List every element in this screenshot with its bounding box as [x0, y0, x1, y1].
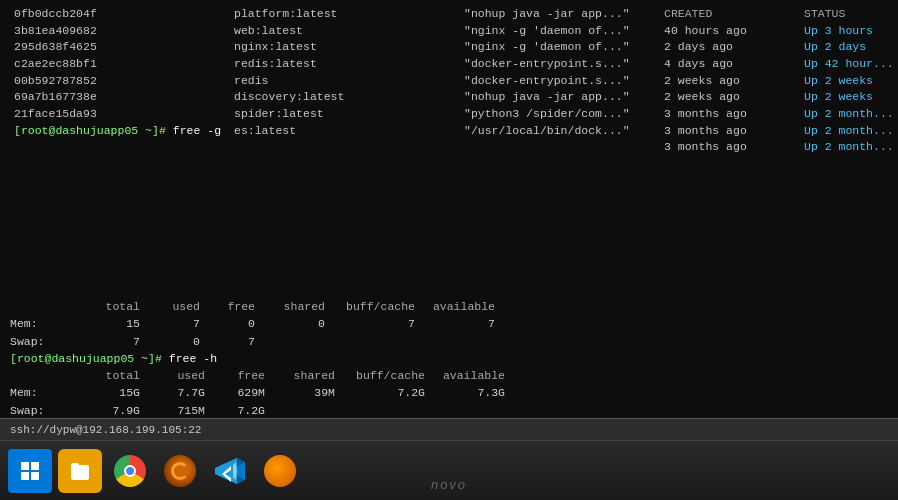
- svg-rect-1: [31, 462, 39, 470]
- free-h-shared-header: shared: [265, 367, 335, 384]
- svg-rect-3: [31, 472, 39, 480]
- container-id-1: 0fb0dccb204f: [14, 6, 226, 23]
- cmd-2: "nginx -g 'daemon of...": [464, 23, 656, 40]
- free-h-swap-row: Swap: 7.9G 715M 7.2G: [10, 402, 888, 419]
- free-g-swap-used: 0: [140, 333, 200, 350]
- image-8: es:latest: [234, 123, 456, 140]
- free-g-total-header: total: [70, 298, 140, 315]
- prompt-free-g: [root@dashujuapp05 ~]# free -g: [14, 123, 226, 140]
- free-h-mem-free: 629M: [205, 384, 265, 401]
- snail-spiral: [171, 462, 189, 480]
- free-h-cmd-text: free -h: [169, 352, 217, 365]
- free-h-prompt-line: [root@dashujuapp05 ~]# free -h: [10, 350, 888, 367]
- free-h-mem-buff: 7.2G: [335, 384, 425, 401]
- created-7: 3 months ago: [664, 123, 796, 140]
- image-2: web:latest: [234, 23, 456, 40]
- free-g-mem-label: Mem:: [10, 315, 70, 332]
- free-g-mem-total: 15: [70, 315, 140, 332]
- free-g-mem-shared: 0: [255, 315, 325, 332]
- cmd-1: "nohup java -jar app...": [464, 6, 656, 23]
- status-5: Up 2 weeks: [804, 89, 898, 106]
- created-3: 4 days ago: [664, 56, 796, 73]
- cmd-6: "nohup java -jar app...": [464, 89, 656, 106]
- container-id-4: c2ae2ec88bf1: [14, 56, 226, 73]
- free-g-label-spacer: [10, 298, 70, 315]
- free-g-swap-total: 7: [70, 333, 140, 350]
- free-g-mem-buff: 7: [325, 315, 415, 332]
- orange-app-button[interactable]: [258, 449, 302, 493]
- image-6: discovery:latest: [234, 89, 456, 106]
- status-header: STATUS: [804, 6, 898, 23]
- container-id-3: 295d638f4625: [14, 39, 226, 56]
- status-6: Up 2 month...: [804, 106, 898, 123]
- free-h-used-header: used: [140, 367, 205, 384]
- free-g-mem-avail: 7: [415, 315, 495, 332]
- status-2: Up 2 days: [804, 39, 898, 56]
- free-h-buff-header: buff/cache: [335, 367, 425, 384]
- container-id-7: 21face15da93: [14, 106, 226, 123]
- free-h-mem-used: 7.7G: [140, 384, 205, 401]
- status-col: STATUS Up 3 hours Up 2 days Up 42 hour..…: [800, 4, 898, 292]
- chrome-icon: [114, 455, 146, 487]
- free-h-mem-total: 15G: [70, 384, 140, 401]
- status-8: Up 2 month...: [804, 139, 898, 156]
- cmd-7: "python3 /spider/com...": [464, 106, 656, 123]
- created-5: 2 weeks ago: [664, 89, 796, 106]
- free-h-free-header: free: [205, 367, 265, 384]
- free-h-mem-label: Mem:: [10, 384, 70, 401]
- status-7: Up 2 month...: [804, 123, 898, 140]
- chrome-button[interactable]: [108, 449, 152, 493]
- windows-button[interactable]: [8, 449, 52, 493]
- free-g-section: total used free shared buff/cache availa…: [10, 298, 888, 350]
- free-h-prompt-text: [root@dashujuapp05 ~]#: [10, 352, 169, 365]
- snail-app-button[interactable]: [158, 449, 202, 493]
- free-g-swap-row: Swap: 7 0 7: [10, 333, 888, 350]
- created-8: 3 months ago: [664, 139, 796, 156]
- free-h-swap-free: 7.2G: [205, 402, 265, 419]
- orange-app-icon: [264, 455, 296, 487]
- file-explorer-button[interactable]: [58, 449, 102, 493]
- status-4: Up 2 weeks: [804, 73, 898, 90]
- created-2: 2 days ago: [664, 39, 796, 56]
- free-g-swap-free: 7: [200, 333, 255, 350]
- image-1: platform:latest: [234, 6, 456, 23]
- cmd-8: "/usr/local/bin/dock...": [464, 123, 656, 140]
- created-col: CREATED 40 hours ago 2 days ago 4 days a…: [660, 4, 800, 292]
- image-names-col: platform:latest web:latest nginx:latest …: [230, 4, 460, 292]
- cmd-5: "docker-entrypoint.s...": [464, 73, 656, 90]
- free-h-swap-used: 715M: [140, 402, 205, 419]
- free-h-mem-row: Mem: 15G 7.7G 629M 39M 7.2G 7.3G: [10, 384, 888, 401]
- free-h-total-header: total: [70, 367, 140, 384]
- snail-icon: [164, 455, 196, 487]
- free-h-label-spacer: [10, 367, 70, 384]
- terminal-top-section: 0fb0dccb204f 3b81ea409682 295d638f4625 c…: [0, 0, 898, 296]
- free-h-mem-shared: 39M: [265, 384, 335, 401]
- status-3: Up 42 hour...: [804, 56, 898, 73]
- image-4: redis:latest: [234, 56, 456, 73]
- image-7: spider:latest: [234, 106, 456, 123]
- lenovo-brand-label: novo: [431, 477, 467, 492]
- free-h-section: total used free shared buff/cache availa…: [10, 367, 888, 419]
- free-g-buff-header: buff/cache: [325, 298, 415, 315]
- commands-col: "nohup java -jar app..." "nginx -g 'daem…: [460, 4, 660, 292]
- container-id-6: 69a7b167738e: [14, 89, 226, 106]
- free-g-mem-free: 0: [200, 315, 255, 332]
- free-g-mem-row: Mem: 15 7 0 0 7 7: [10, 315, 888, 332]
- screen-area: 0fb0dccb204f 3b81ea409682 295d638f4625 c…: [0, 0, 898, 440]
- free-g-free-header: free: [200, 298, 255, 315]
- created-4: 2 weeks ago: [664, 73, 796, 90]
- container-ids-col: 0fb0dccb204f 3b81ea409682 295d638f4625 c…: [10, 4, 230, 292]
- ssh-address-text: ssh://dypw@192.168.199.105:22: [10, 424, 201, 436]
- free-g-used-header: used: [140, 298, 200, 315]
- free-h-avail-header: available: [425, 367, 505, 384]
- container-id-2: 3b81ea409682: [14, 23, 226, 40]
- free-g-swap-label: Swap:: [10, 333, 70, 350]
- vscode-button[interactable]: [208, 449, 252, 493]
- svg-rect-0: [21, 462, 29, 470]
- free-h-swap-label: Swap:: [10, 402, 70, 419]
- free-g-avail-header: available: [415, 298, 495, 315]
- created-header: CREATED: [664, 6, 796, 23]
- cmd-4: "docker-entrypoint.s...": [464, 56, 656, 73]
- image-5: redis: [234, 73, 456, 90]
- image-3: nginx:latest: [234, 39, 456, 56]
